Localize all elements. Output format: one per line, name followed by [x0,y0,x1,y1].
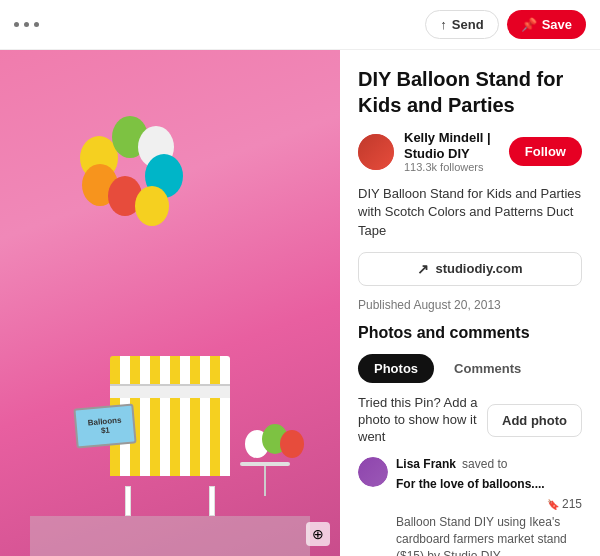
published-date: Published August 20, 2013 [358,298,582,312]
bookmark-icon: 🔖 [547,499,559,510]
author-info: Kelly Mindell | Studio DIY 113.3k follow… [404,130,499,173]
main-content: Balloons $1 [0,50,600,556]
avatar-image [358,134,394,170]
commenter-avatar[interactable] [358,457,388,487]
stand-leg-left [125,486,131,516]
link-arrow-icon: ↗ [417,261,429,277]
author-name[interactable]: Kelly Mindell | Studio DIY [404,130,499,161]
fullscreen-button[interactable]: ⊕ [306,522,330,546]
pin-image: Balloons $1 [0,50,340,556]
commenter-name[interactable]: Lisa Frank [396,457,456,471]
right-panel: DIY Balloon Stand for Kids and Parties K… [340,50,600,556]
save-label: Save [542,17,572,32]
tried-text: Tried this Pin? Add a photo to show how … [358,395,487,446]
save-button[interactable]: 📌 Save [507,10,586,39]
stand-leg-right [209,486,215,516]
comment-header: Lisa Frank saved to For the love of ball… [396,457,582,511]
photos-tab[interactable]: Photos [358,354,434,383]
small-balloon-pink [280,430,304,458]
pin-title: DIY Balloon Stand for Kids and Parties [358,66,582,118]
dot-2 [24,22,29,27]
avatar[interactable] [358,134,394,170]
tried-row: Tried this Pin? Add a photo to show how … [358,395,582,446]
top-bar-actions: ↑ Send 📌 Save [425,10,586,39]
source-url: studiodiy.com [435,261,522,276]
author-followers: 113.3k followers [404,161,499,173]
send-icon: ↑ [440,17,447,32]
balloon-scene: Balloons $1 [30,76,310,556]
balloon-yellow-2 [135,186,169,226]
source-link[interactable]: ↗ studiodiy.com [358,252,582,286]
comment-action-text: saved to [462,457,507,471]
save-pin-icon: 📌 [521,17,537,32]
follow-button[interactable]: Follow [509,137,582,166]
comments-tab[interactable]: Comments [438,354,537,383]
pin-image-section: Balloons $1 [0,50,340,556]
section-title: Photos and comments [358,324,582,342]
add-photo-button[interactable]: Add photo [487,404,582,437]
comment-content: Lisa Frank saved to For the love of ball… [396,457,582,556]
send-button[interactable]: ↑ Send [425,10,498,39]
send-label: Send [452,17,484,32]
ground [30,516,310,556]
small-table [240,462,290,496]
table-leg [264,466,266,496]
comment-row: Lisa Frank saved to For the love of ball… [358,457,582,556]
comment-save-count: 🔖 215 [547,497,582,511]
pin-description: DIY Balloon Stand for Kids and Parties w… [358,185,582,240]
top-bar: ↑ Send 📌 Save [0,0,600,50]
balloon-stand: Balloons $1 [110,356,230,516]
save-count-value: 215 [562,497,582,511]
dot-3 [34,22,39,27]
stand-shelf [110,384,230,398]
comment-text: Balloon Stand DIY using Ikea's cardboard… [396,514,582,556]
top-bar-dots [14,22,39,27]
comment-board[interactable]: For the love of balloons.... [396,477,545,491]
tabs-row: Photos Comments [358,354,582,383]
stand-sign: Balloons $1 [73,403,136,448]
author-row: Kelly Mindell | Studio DIY 113.3k follow… [358,130,582,173]
stand-canopy [110,356,230,386]
dot-1 [14,22,19,27]
commenter-avatar-image [358,457,388,487]
